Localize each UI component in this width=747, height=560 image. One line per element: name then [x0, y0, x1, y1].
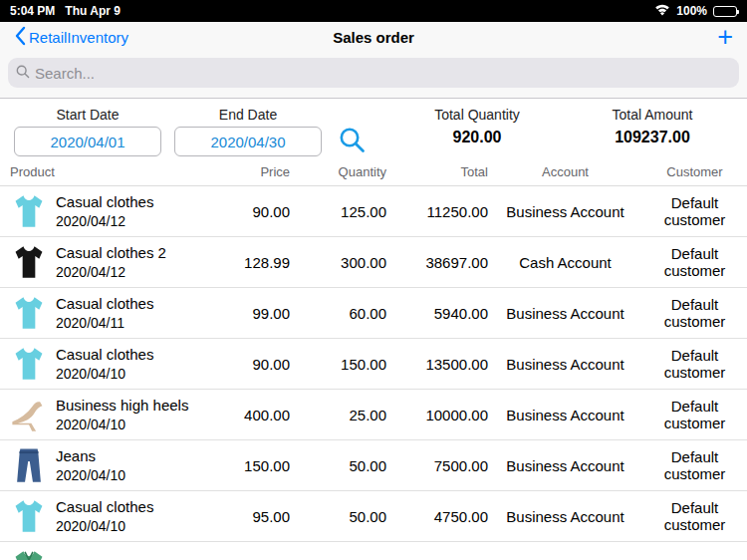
- product-name: Jeans: [56, 447, 125, 464]
- filter-panel: Start Date End Date Total Quantity Total…: [0, 99, 747, 186]
- status-bar: 5:04 PM Thu Apr 9 100%: [0, 0, 747, 22]
- column-header-customer: Customer: [642, 164, 747, 179]
- price-cell: 99.00: [199, 305, 290, 322]
- back-chevron-icon: [14, 26, 26, 49]
- high-heel-icon: [10, 396, 48, 433]
- status-date: Thu Apr 9: [65, 4, 121, 18]
- customer-cell: Default customer: [642, 194, 747, 228]
- search-icon: [16, 65, 30, 82]
- account-cell: Business Account: [488, 203, 642, 220]
- product-date: 2020/04/12: [56, 213, 153, 229]
- table-row[interactable]: Casual clothes 2020/04/12 90.00 125.00 1…: [0, 186, 747, 237]
- product-date: 2020/04/11: [56, 315, 153, 331]
- total-cell: 38697.00: [386, 254, 488, 271]
- customer-cell: Default customer: [642, 499, 747, 533]
- product-date: 2020/04/10: [56, 467, 125, 483]
- status-time: 5:04 PM: [10, 4, 55, 18]
- column-header-price: Price: [199, 164, 290, 179]
- product-cell: Casual clothes 2020/04/11: [0, 294, 199, 332]
- tshirt-cyan-icon: [10, 294, 48, 332]
- customer-cell: Default customer: [642, 245, 747, 279]
- account-cell: Business Account: [488, 508, 642, 525]
- sales-order-list: Casual clothes 2020/04/12 90.00 125.00 1…: [0, 186, 747, 560]
- tshirt-cyan-icon: [10, 497, 48, 535]
- product-date: 2020/04/10: [56, 417, 188, 432]
- account-cell: Business Account: [488, 356, 642, 373]
- end-date-input[interactable]: 2020/04/30: [174, 127, 322, 156]
- search-input[interactable]: Search...: [8, 58, 739, 88]
- price-cell: 150.00: [199, 457, 290, 474]
- back-button[interactable]: RetailInventory: [14, 26, 128, 49]
- product-cell: Jeans 2020/04/10: [0, 446, 199, 484]
- account-cell: Cash Account: [488, 254, 642, 271]
- quantity-cell: 125.00: [290, 203, 386, 220]
- quantity-cell: 150.00: [290, 356, 386, 373]
- account-cell: Business Account: [488, 305, 642, 322]
- product-name: Casual clothes 2: [56, 244, 166, 261]
- product-cell: Polo: [0, 548, 199, 560]
- price-cell: 95.00: [199, 508, 290, 525]
- column-header-product: Product: [0, 164, 199, 179]
- filter-search-button[interactable]: [337, 125, 367, 154]
- quantity-cell: 25.00: [290, 407, 386, 423]
- price-cell: 90.00: [199, 356, 290, 373]
- price-cell: 90.00: [199, 203, 290, 220]
- total-amount-label: Total Amount: [578, 107, 727, 123]
- sales-order-screen: 5:04 PM Thu Apr 9 100% RetailInventory: [0, 0, 747, 560]
- product-date: 2020/04/10: [56, 518, 153, 534]
- header-chrome: RetailInventory Sales order + Search...: [0, 22, 747, 99]
- price-cell: 128.99: [199, 254, 290, 271]
- total-quantity-value: 920.00: [402, 129, 552, 146]
- battery-percent: 100%: [676, 4, 707, 18]
- column-header-total: Total: [386, 164, 488, 179]
- table-row[interactable]: Casual clothes 2 2020/04/12 128.99 300.0…: [0, 237, 747, 288]
- table-row[interactable]: Business high heels 2020/04/10 400.00 25…: [0, 390, 747, 440]
- product-date: 2020/04/12: [56, 264, 166, 280]
- product-cell: Casual clothes 2 2020/04/12: [0, 243, 199, 281]
- total-cell: 5940.00: [386, 305, 488, 322]
- nav-bar: RetailInventory Sales order +: [0, 22, 747, 52]
- total-cell: 7500.00: [386, 457, 488, 474]
- total-cell: 4750.00: [386, 508, 488, 525]
- total-cell: 13500.00: [386, 356, 488, 373]
- quantity-cell: 50.00: [290, 508, 386, 525]
- total-cell: 10000.00: [386, 407, 488, 423]
- add-button[interactable]: +: [717, 26, 733, 48]
- search-bar: Search...: [0, 52, 747, 98]
- column-header-quantity: Quantity: [290, 164, 386, 179]
- search-placeholder: Search...: [35, 65, 95, 82]
- wifi-icon: [654, 4, 670, 19]
- product-cell: Business high heels 2020/04/10: [0, 396, 199, 433]
- customer-cell: Default customer: [642, 296, 747, 330]
- column-header-account: Account: [488, 164, 642, 179]
- total-amount-value: 109237.00: [578, 129, 727, 146]
- quantity-cell: 300.00: [290, 254, 386, 271]
- tshirt-cyan-icon: [10, 345, 48, 383]
- total-cell: 11250.00: [386, 203, 488, 220]
- back-label: RetailInventory: [29, 29, 128, 46]
- start-date-input[interactable]: 2020/04/01: [14, 127, 161, 156]
- product-cell: Casual clothes 2020/04/10: [0, 497, 199, 535]
- tshirt-cyan-icon: [10, 192, 48, 230]
- product-name: Casual clothes: [56, 193, 153, 210]
- jeans-icon: [10, 446, 48, 484]
- end-date-label: End Date: [174, 107, 322, 123]
- table-row[interactable]: Jeans 2020/04/10 150.00 50.00 7500.00 Bu…: [0, 440, 747, 491]
- customer-cell: Default customer: [642, 448, 747, 482]
- product-name: Casual clothes: [56, 346, 153, 363]
- table-row[interactable]: Polo: [0, 542, 747, 560]
- customer-cell: Default customer: [642, 398, 747, 431]
- battery-icon: [713, 6, 737, 17]
- quantity-cell: 50.00: [290, 457, 386, 474]
- product-cell: Casual clothes 2020/04/12: [0, 192, 199, 230]
- start-date-label: Start Date: [14, 107, 161, 123]
- account-cell: Business Account: [488, 457, 642, 474]
- product-cell: Casual clothes 2020/04/10: [0, 345, 199, 383]
- price-cell: 400.00: [199, 407, 290, 423]
- table-row[interactable]: Casual clothes 2020/04/11 99.00 60.00 59…: [0, 288, 747, 339]
- account-cell: Business Account: [488, 407, 642, 423]
- total-quantity-label: Total Quantity: [402, 107, 552, 123]
- table-row[interactable]: Casual clothes 2020/04/10 95.00 50.00 47…: [0, 491, 747, 542]
- quantity-cell: 60.00: [290, 305, 386, 322]
- table-row[interactable]: Casual clothes 2020/04/10 90.00 150.00 1…: [0, 339, 747, 390]
